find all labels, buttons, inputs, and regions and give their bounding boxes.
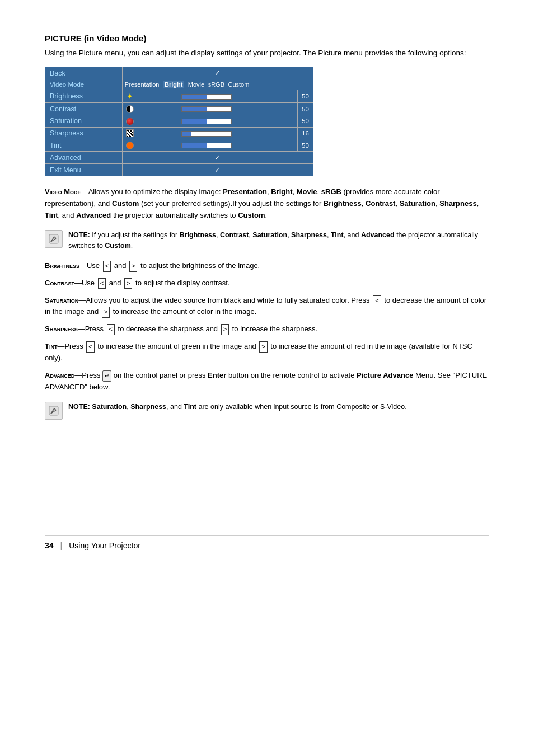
saturation-left-bracket: < — [373, 295, 381, 307]
brightness-icon-cell: ✦ — [122, 90, 138, 103]
brightness-label: Brightness — [45, 90, 123, 103]
sharpness-value: 16 — [298, 127, 313, 139]
tab-custom: Custom — [228, 81, 249, 88]
contrast-empty — [275, 103, 298, 115]
tint-empty — [275, 139, 298, 152]
tint-left-bracket: < — [86, 341, 94, 353]
saturation-right-bracket: > — [102, 307, 110, 318]
menu-screenshot: Back ✓ Video Mode Presentation Bright Mo… — [45, 67, 313, 176]
exit-label: Exit Menu — [45, 164, 123, 176]
footer-label: Using Your Projector — [69, 541, 140, 550]
sharpness-bold: Sharpness — [439, 199, 476, 208]
sharpness-icon — [126, 129, 134, 137]
menu-contrast-row: Contrast 50 — [45, 103, 313, 115]
enter-key-icon: ↵ — [102, 370, 111, 382]
sharpness-term: Sharpness — [45, 325, 78, 333]
video-mode-description: Video Mode—Allows you to optimize the di… — [45, 186, 489, 221]
menu-brightness-row: Brightness ✦ 50 — [45, 90, 313, 103]
exit-checkmark: ✓ — [122, 164, 313, 176]
contrast-description: Contrast—Use < and > to adjust the displ… — [45, 278, 489, 289]
menu-back-row: Back ✓ — [45, 67, 313, 79]
srgb-bold: sRGB — [321, 187, 341, 196]
tint-bold: Tint — [45, 211, 58, 219]
advanced-label: Advanced — [45, 152, 123, 164]
sharpness-left-bracket: < — [107, 324, 115, 335]
saturation-bold: Saturation — [400, 199, 435, 208]
advanced-checkmark: ✓ — [122, 152, 313, 164]
menu-sharpness-row: Sharpness 16 — [45, 127, 313, 139]
saturation-fill — [182, 119, 207, 124]
tab-movie: Movie — [188, 81, 204, 88]
brightness-bold: Brightness — [324, 199, 362, 208]
pencil-note-icon — [49, 234, 59, 244]
video-mode-dash: — — [81, 187, 88, 196]
pencil-note-icon-2 — [49, 406, 59, 416]
saturation-empty — [275, 115, 298, 127]
contrast-term: Contrast — [45, 279, 74, 287]
tint-label: Tint — [45, 139, 123, 152]
contrast-label: Contrast — [45, 103, 123, 115]
tint-slider — [181, 143, 232, 148]
contrast-slider-cell — [138, 103, 275, 115]
brightness-description: Brightness—Use < and > to adjust the bri… — [45, 260, 489, 272]
tint-description: Tint—Press < to increase the amount of g… — [45, 341, 489, 364]
brightness-term: Brightness — [45, 261, 79, 270]
saturation-icon — [126, 118, 134, 125]
menu-advanced-row: Advanced ✓ — [45, 152, 313, 164]
tint-slider-cell — [138, 139, 275, 152]
movie-bold: Movie — [297, 187, 317, 196]
brightness-right-bracket: > — [129, 261, 137, 272]
note-2-label: NOTE: — [68, 403, 92, 411]
sharpness-empty — [275, 127, 298, 139]
tint-icon-cell — [122, 139, 138, 152]
note-icon-2 — [45, 402, 63, 420]
contrast-right-bracket: > — [124, 278, 132, 289]
brightness-value: 50 — [298, 90, 313, 103]
saturation-slider — [181, 119, 232, 124]
brightness-slider-cell — [138, 90, 275, 103]
saturation-value: 50 — [298, 115, 313, 127]
brightness-empty — [275, 90, 298, 103]
note-box-2: NOTE: Saturation, Sharpness, and Tint ar… — [45, 398, 489, 423]
advanced-bold-vmode: Advanced — [76, 211, 111, 219]
advanced-description: Advanced—Press ↵ on the control panel or… — [45, 370, 489, 393]
contrast-fill — [182, 107, 207, 111]
note-box-1: NOTE: If you adjust the settings for Bri… — [45, 227, 489, 255]
tint-right-bracket: > — [259, 341, 267, 353]
saturation-description: Saturation—Allows you to adjust the vide… — [45, 295, 489, 318]
tab-bright-selected: Bright — [163, 81, 184, 88]
enter-btn-label: Enter — [208, 371, 226, 379]
brightness-slider — [181, 94, 232, 100]
tint-term: Tint — [45, 342, 57, 350]
menu-tint-row: Tint 50 — [45, 139, 313, 152]
contrast-icon-cell — [122, 103, 138, 115]
saturation-icon-cell — [122, 115, 138, 127]
sharpness-icon-cell — [122, 127, 138, 139]
presentation-bold: Presentation — [223, 187, 267, 196]
tab-presentation: Presentation — [125, 81, 160, 88]
page-content: PICTURE (in Video Mode) Using the Pictur… — [45, 34, 489, 423]
page-footer: 34 | Using Your Projector — [45, 535, 489, 550]
saturation-label: Saturation — [45, 115, 123, 127]
sharpness-right-bracket: > — [221, 324, 229, 335]
note-1-label: NOTE: — [68, 231, 92, 239]
footer-separator: | — [60, 541, 63, 550]
sun-icon: ✦ — [127, 92, 133, 101]
contrast-value: 50 — [298, 103, 313, 115]
sharpness-description: Sharpness—Press < to decrease the sharpn… — [45, 323, 489, 335]
advanced-term: Advanced — [45, 371, 74, 379]
contrast-left-bracket: < — [98, 278, 106, 289]
saturation-term: Saturation — [45, 296, 78, 304]
contrast-icon — [126, 105, 134, 113]
svg-rect-0 — [49, 234, 58, 243]
sharpness-label: Sharpness — [45, 127, 123, 139]
section-title: PICTURE (in Video Mode) — [45, 34, 489, 43]
tint-icon — [126, 142, 134, 149]
video-mode-term: Video Mode — [45, 187, 81, 196]
contrast-bold: Contrast — [366, 199, 395, 208]
custom-bold2: Custom — [238, 211, 265, 219]
video-mode-row: Video Mode Presentation Bright Movie sRG… — [45, 79, 313, 90]
tint-fill — [182, 143, 207, 148]
tab-srgb: sRGB — [208, 81, 224, 88]
menu-saturation-row: Saturation 50 — [45, 115, 313, 127]
